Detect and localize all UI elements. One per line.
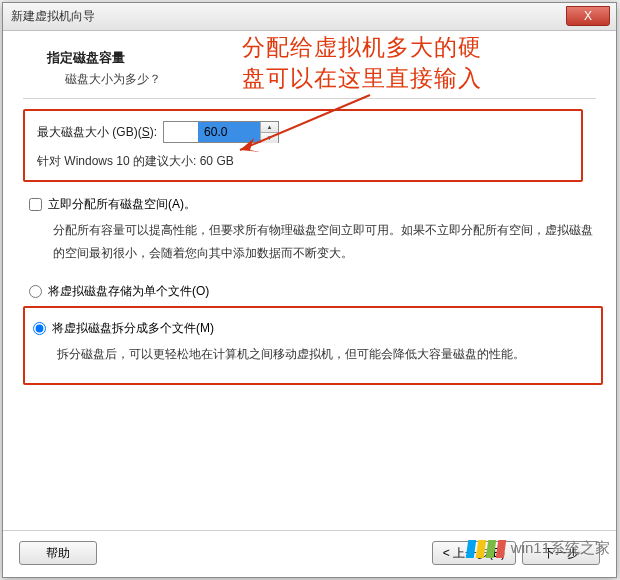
close-icon: X: [584, 9, 592, 23]
wizard-window: 新建虚拟机向导 X 指定磁盘容量 磁盘大小为多少？ 最大磁盘大小 (GB)(S)…: [2, 2, 617, 578]
watermark-text: win11系统之家: [511, 539, 610, 558]
store-split-row: 将虚拟磁盘拆分成多个文件(M): [33, 320, 589, 337]
wizard-header: 指定磁盘容量 磁盘大小为多少？: [23, 43, 596, 98]
store-single-radio[interactable]: [29, 285, 42, 298]
page-subtitle: 磁盘大小为多少？: [65, 71, 588, 88]
disk-size-input[interactable]: [164, 122, 260, 142]
allocate-now-description: 分配所有容量可以提高性能，但要求所有物理磁盘空间立即可用。如果不立即分配所有空间…: [53, 219, 593, 265]
allocate-now-row: 立即分配所有磁盘空间(A)。: [29, 196, 596, 213]
store-split-description: 拆分磁盘后，可以更轻松地在计算机之间移动虚拟机，但可能会降低大容量磁盘的性能。: [57, 343, 597, 366]
store-split-label[interactable]: 将虚拟磁盘拆分成多个文件(M): [52, 320, 214, 337]
close-button[interactable]: X: [566, 6, 610, 26]
store-single-row: 将虚拟磁盘存储为单个文件(O): [29, 283, 596, 300]
disk-size-label: 最大磁盘大小 (GB)(S):: [37, 124, 157, 141]
divider: [23, 98, 596, 99]
store-single-label[interactable]: 将虚拟磁盘存储为单个文件(O): [48, 283, 209, 300]
spinner: ▲ ▼: [260, 122, 278, 142]
split-files-group: 将虚拟磁盘拆分成多个文件(M) 拆分磁盘后，可以更轻松地在计算机之间移动虚拟机，…: [23, 306, 603, 386]
disk-size-stepper[interactable]: ▲ ▼: [163, 121, 279, 143]
recommended-size: 针对 Windows 10 的建议大小: 60 GB: [37, 153, 569, 170]
content-area: 指定磁盘容量 磁盘大小为多少？ 最大磁盘大小 (GB)(S): ▲ ▼ 针对 W…: [3, 31, 616, 411]
spinner-down-icon[interactable]: ▼: [261, 133, 278, 143]
window-title: 新建虚拟机向导: [11, 8, 95, 25]
allocate-now-checkbox[interactable]: [29, 198, 42, 211]
disk-size-row: 最大磁盘大小 (GB)(S): ▲ ▼: [37, 121, 569, 143]
help-button[interactable]: 帮助: [19, 541, 97, 565]
allocate-now-label[interactable]: 立即分配所有磁盘空间(A)。: [48, 196, 196, 213]
watermark: win11系统之家: [467, 539, 610, 558]
watermark-logo-icon: [466, 540, 507, 558]
titlebar: 新建虚拟机向导 X: [3, 3, 616, 31]
store-split-radio[interactable]: [33, 322, 46, 335]
disk-size-group: 最大磁盘大小 (GB)(S): ▲ ▼ 针对 Windows 10 的建议大小:…: [23, 109, 583, 182]
page-title: 指定磁盘容量: [47, 49, 588, 67]
spinner-up-icon[interactable]: ▲: [261, 122, 278, 133]
